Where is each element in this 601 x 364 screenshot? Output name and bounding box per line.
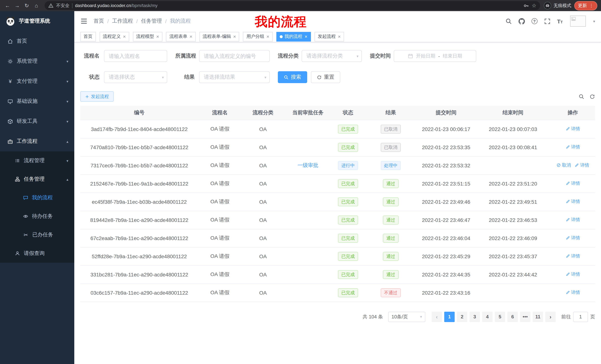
column-header: 流程名: [198, 106, 241, 120]
refresh-table-icon[interactable]: [590, 94, 595, 99]
sidebar-item-workflow[interactable]: 工作流程 ▴: [0, 131, 74, 151]
sidebar-item-done-tasks[interactable]: ✂ 已办任务: [0, 226, 74, 244]
detail-link[interactable]: 详情: [566, 180, 580, 187]
end-date-placeholder: 结束日期: [443, 53, 462, 59]
column-header: 流程分类: [241, 106, 285, 120]
tab-流程表单[interactable]: 流程表单×: [166, 32, 196, 41]
tab-close-icon[interactable]: ×: [190, 34, 192, 39]
detail-link[interactable]: 详情: [566, 271, 580, 278]
status-select[interactable]: 请选择状态 ▾: [104, 71, 167, 83]
next-page-button[interactable]: ›: [545, 312, 556, 322]
tab-首页[interactable]: 首页: [80, 32, 96, 41]
browser-menu-icon[interactable]: ⋮: [589, 3, 594, 8]
sidebar-item-todo-tasks[interactable]: 待办任务: [0, 207, 74, 226]
page-button-6[interactable]: 6: [507, 312, 518, 322]
avatar[interactable]: [570, 16, 586, 27]
app-logo[interactable]: 芋道管理系统: [0, 11, 74, 31]
address-bar[interactable]: 不安全 dashboard.yudao.iocoder.cn/bpm/task/…: [45, 1, 540, 10]
page-button-11[interactable]: 11: [533, 312, 543, 322]
action-label: 详情: [571, 126, 580, 132]
avatar-caret-icon[interactable]: ▾: [593, 19, 595, 23]
tab-close-icon[interactable]: ×: [156, 34, 159, 39]
page-ellipsis-button[interactable]: •••: [520, 312, 531, 322]
cell-current-task: [285, 192, 331, 211]
submit-time-range-picker[interactable]: 开始日期 - 结束日期: [394, 50, 476, 62]
result-select[interactable]: 请选择流结果 ▾: [199, 71, 270, 83]
page-button-4[interactable]: 4: [482, 312, 492, 322]
browser-toolbar: ← → ↻ ⌂ 不安全 dashboard.yudao.iocoder.cn/b…: [0, 0, 601, 11]
detail-link[interactable]: 详情: [566, 253, 580, 259]
help-icon[interactable]: ?: [531, 18, 537, 24]
sidebar-item-dev-tools[interactable]: 研发工具 ▾: [0, 111, 74, 131]
breadcrumb-workflow[interactable]: 工作流程: [112, 18, 133, 25]
password-key-icon[interactable]: [523, 3, 529, 8]
browser-update-button[interactable]: 更新 ⋮: [574, 1, 597, 10]
font-size-icon[interactable]: TT: [557, 18, 563, 24]
category-select[interactable]: 请选择流程分类 ▾: [302, 50, 362, 62]
sidebar-item-process-mgmt[interactable]: 流程管理 ▾: [0, 151, 74, 170]
search-button[interactable]: 搜索: [278, 71, 307, 83]
sidebar-item-my-process[interactable]: 我的流程: [0, 189, 74, 207]
sidebar-toggle-icon[interactable]: [80, 18, 88, 25]
tab-close-icon[interactable]: ×: [338, 34, 341, 39]
tab-用户分组[interactable]: 用户分组×: [243, 32, 273, 41]
breadcrumb-home[interactable]: 首页: [94, 18, 104, 25]
sidebar-item-home[interactable]: 首页: [0, 31, 74, 51]
security-label[interactable]: 不安全: [56, 2, 70, 9]
sidebar-item-payment[interactable]: ¥ 支付管理 ▾: [0, 71, 74, 91]
tab-close-icon[interactable]: ×: [233, 34, 236, 39]
page-button-1[interactable]: 1: [444, 312, 455, 322]
tab-发起流程[interactable]: 发起流程×: [314, 32, 344, 41]
total-count: 共 104 条: [362, 313, 383, 320]
detail-link[interactable]: 详情: [566, 289, 580, 296]
status-tag: 已完成: [338, 197, 358, 206]
page-button-5[interactable]: 5: [495, 312, 505, 322]
action-label: 详情: [571, 199, 580, 205]
cell-process-name: OA 请假: [198, 138, 241, 156]
goto-page-input[interactable]: [573, 312, 588, 322]
cell-current-task: 一级审批: [285, 156, 331, 174]
search-button-label: 搜索: [291, 74, 301, 80]
sidebar-item-system[interactable]: 系统管理 ▾: [0, 51, 74, 71]
browser-back-icon[interactable]: ←: [3, 1, 12, 10]
table-row: 7317cec6-7b9b-11ec-b5b7-acde48001122OA 请…: [80, 156, 595, 174]
sidebar-item-infra[interactable]: 基础设施 ▾: [0, 91, 74, 111]
process-name-input[interactable]: [104, 50, 167, 62]
create-process-button[interactable]: 发起流程: [80, 91, 114, 102]
reset-button[interactable]: 重置: [311, 71, 340, 83]
pagination: 共 104 条 10条/页 ▾ ‹ 123456•••11 › 前往 页: [80, 312, 595, 322]
tab-流程定义[interactable]: 流程定义×: [100, 32, 129, 41]
tab-close-icon[interactable]: ×: [305, 34, 307, 39]
detail-link[interactable]: 详情: [575, 162, 589, 168]
page-button-3[interactable]: 3: [470, 312, 480, 322]
browser-reload-icon[interactable]: ↻: [22, 1, 31, 10]
process-def-input[interactable]: [199, 50, 270, 62]
detail-link[interactable]: 详情: [566, 235, 580, 241]
toggle-search-icon[interactable]: [579, 94, 584, 99]
browser-forward-icon[interactable]: →: [13, 1, 21, 10]
prev-page-button[interactable]: ‹: [432, 312, 442, 322]
detail-link[interactable]: 详情: [566, 126, 580, 132]
cube-icon: [7, 119, 13, 124]
sidebar-item-leave-query[interactable]: 请假查询: [0, 244, 74, 263]
browser-home-icon[interactable]: ⌂: [32, 1, 41, 10]
fullscreen-icon[interactable]: [544, 18, 550, 24]
tab-我的流程[interactable]: 我的流程×: [276, 32, 311, 41]
github-icon[interactable]: [518, 18, 525, 24]
current-task-link[interactable]: 一级审批: [298, 162, 318, 168]
cancel-link[interactable]: 取消: [556, 162, 571, 168]
tab-close-icon[interactable]: ×: [267, 34, 269, 39]
detail-link[interactable]: 详情: [566, 199, 580, 205]
tab-流程表单-编辑[interactable]: 流程表单-编辑×: [200, 32, 239, 41]
page-button-2[interactable]: 2: [457, 312, 467, 322]
detail-link[interactable]: 详情: [566, 217, 580, 223]
bookmark-star-icon[interactable]: ☆: [532, 3, 536, 9]
tab-close-icon[interactable]: ×: [123, 34, 126, 39]
search-icon[interactable]: [505, 18, 512, 24]
detail-link[interactable]: 详情: [566, 144, 580, 150]
sidebar-item-task-mgmt[interactable]: 任务管理 ▴: [0, 170, 74, 189]
eye-icon: [23, 214, 28, 219]
breadcrumb-task-mgmt[interactable]: 任务管理: [141, 18, 162, 25]
page-size-select[interactable]: 10条/页 ▾: [388, 312, 425, 322]
tab-流程模型[interactable]: 流程模型×: [133, 32, 162, 41]
